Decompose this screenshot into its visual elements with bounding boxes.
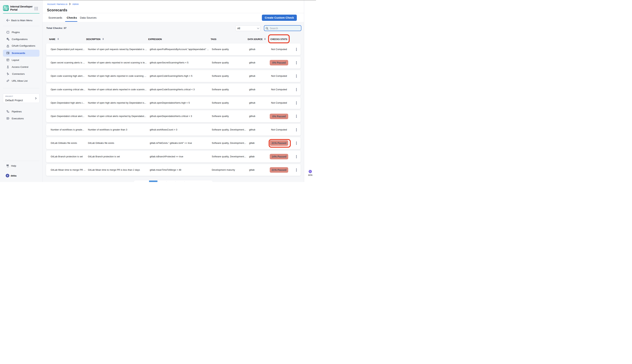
svg-text:?: ? [7,164,8,166]
